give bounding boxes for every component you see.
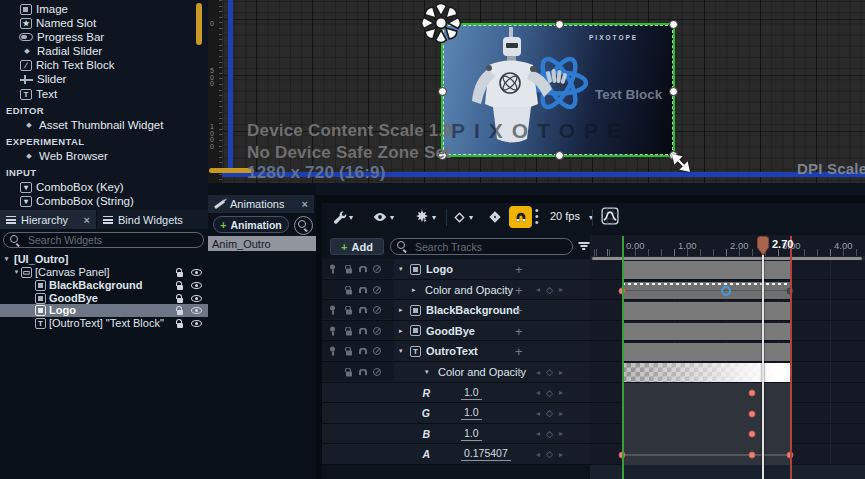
tab-animations[interactable]: Animations × (208, 195, 314, 213)
autokey-mode-button[interactable]: ▾ (452, 208, 473, 226)
panel-splitter[interactable] (316, 195, 322, 479)
section-bar[interactable] (622, 282, 790, 299)
lock-icon[interactable] (176, 268, 184, 277)
track-row-logo-color-opacity[interactable]: ▸ Color and Opacity + ◂◇▸ (322, 280, 590, 300)
visibility-icon[interactable] (191, 295, 202, 302)
pin-icon[interactable] (331, 326, 334, 335)
add-animation-button[interactable]: + Animation (213, 216, 289, 233)
lane-channel-r[interactable] (590, 383, 865, 403)
chevron-down-icon[interactable]: ▾ (399, 347, 403, 355)
lock-icon[interactable] (345, 368, 353, 377)
keyframe-selected[interactable] (721, 286, 731, 296)
track-row-logo[interactable]: ▾ Logo + (322, 259, 590, 280)
resize-handle-e[interactable] (669, 87, 678, 96)
palette-section-experimental[interactable]: EXPERIMENTAL (6, 136, 85, 147)
lock-icon[interactable] (345, 265, 353, 274)
mute-icon[interactable] (373, 286, 381, 294)
chevron-right-icon[interactable]: ▸ (399, 306, 403, 314)
track-search[interactable] (390, 238, 573, 255)
keyframe-nav[interactable]: ◂◇▸ (536, 449, 563, 459)
mute-icon[interactable] (373, 327, 381, 335)
snapping-toggle-button[interactable] (509, 206, 532, 228)
solo-icon[interactable] (359, 327, 367, 334)
chevron-right-icon[interactable]: ▸ (412, 286, 416, 294)
add-section-icon[interactable]: + (515, 323, 523, 338)
tree-item-goodbye[interactable]: GoodBye (0, 292, 208, 305)
channel-value-g[interactable]: 1.0 (461, 406, 482, 420)
palette-section-input[interactable]: INPUT (6, 167, 37, 178)
visibility-icon[interactable] (191, 320, 202, 327)
resize-handle-w[interactable] (438, 87, 447, 96)
lane-logo[interactable] (590, 259, 865, 280)
snapping-options-menu[interactable]: ••• (535, 208, 539, 226)
solo-icon[interactable] (359, 307, 367, 314)
channel-value-a[interactable]: 0.175407 (461, 447, 511, 461)
edit-mode-button[interactable] (487, 208, 503, 226)
section-bar[interactable] (622, 343, 790, 361)
channel-value-r[interactable]: 1.0 (461, 386, 482, 400)
filter-icon[interactable] (578, 242, 589, 251)
solo-icon[interactable] (359, 369, 367, 376)
timeline-area[interactable]: 0.00 1.00 2.00 3.00 4.00 (590, 235, 865, 479)
add-key-icon[interactable]: + (515, 365, 523, 380)
playhead-line[interactable] (762, 255, 764, 479)
alpha-gradient-bar[interactable] (622, 363, 790, 382)
mute-icon[interactable] (373, 306, 381, 314)
visibility-icon[interactable] (191, 269, 202, 276)
tab-hierarchy[interactable]: Hierarchy × (0, 210, 96, 229)
palette-item-asset-thumbnail-widget[interactable]: ◆ Asset Thumbnail Widget (0, 118, 231, 132)
close-icon[interactable]: × (302, 198, 308, 210)
lane-blackbackground[interactable] (590, 300, 865, 321)
keyframe-nav[interactable]: ◂◇▸ (536, 388, 563, 398)
keyframe[interactable] (749, 410, 756, 417)
palette-item-rich-text-block[interactable]: ∕ Rich Text Block (0, 58, 228, 72)
keyframe-nav[interactable]: ◂◇▸ (536, 285, 563, 295)
track-row-channel-b[interactable]: B 1.0 ◂◇▸ (322, 424, 590, 444)
animation-item-anim-outro[interactable]: Anim_Outro (208, 236, 318, 251)
chevron-down-icon[interactable]: ▾ (12, 268, 21, 276)
mute-icon[interactable] (373, 347, 381, 355)
section-bar[interactable] (622, 323, 790, 340)
palette-item-radial-slider[interactable]: ◆ Radial Slider (0, 44, 229, 58)
curve-editor-button[interactable] (601, 207, 619, 229)
add-section-icon[interactable]: + (515, 344, 523, 359)
palette-item-named-slot[interactable]: ★ Named Slot (0, 16, 228, 30)
lock-icon[interactable] (345, 306, 353, 315)
tree-item-blackbackground[interactable]: BlackBackground (0, 279, 208, 292)
channel-value-b[interactable]: 1.0 (461, 427, 482, 441)
solo-icon[interactable] (359, 266, 367, 273)
section-bar[interactable] (622, 302, 790, 320)
solo-icon[interactable] (359, 348, 367, 355)
resize-handle-n[interactable] (555, 20, 564, 29)
keyframe[interactable] (749, 451, 756, 458)
lock-icon[interactable] (345, 326, 353, 335)
visibility-icon[interactable] (191, 282, 202, 289)
lane-outrotext[interactable] (590, 341, 865, 362)
add-section-icon[interactable]: + (515, 303, 523, 318)
playback-range-end[interactable] (790, 236, 792, 479)
pin-icon[interactable] (331, 265, 334, 274)
keyframe[interactable] (749, 390, 756, 397)
tree-item-canvas-panel[interactable]: ▾ ▭ [Canvas Panel] (0, 266, 208, 279)
lock-icon[interactable] (176, 319, 184, 328)
animation-search-button[interactable] (294, 216, 313, 235)
keyframe-nav[interactable]: ◂◇▸ (536, 429, 563, 439)
tree-item-logo-selected[interactable]: Logo (0, 304, 208, 317)
palette-item-combobox-key[interactable]: ▾ ComboBox (Key) (0, 180, 228, 194)
resize-handle-s[interactable] (555, 151, 564, 160)
track-row-channel-a[interactable]: A 0.175407 ◂◇▸ (322, 444, 590, 465)
chevron-down-icon[interactable]: ▾ (425, 368, 429, 376)
fps-dropdown[interactable]: 20 fps ▾ (550, 210, 593, 222)
palette-item-text[interactable]: T Text (0, 87, 228, 101)
mute-icon[interactable] (373, 265, 381, 273)
tree-item-ui-outro[interactable]: ▾ [UI_Outro] (0, 253, 208, 266)
visibility-icon[interactable] (191, 307, 202, 314)
add-section-icon[interactable]: + (515, 262, 523, 277)
lane-channel-b[interactable] (590, 424, 865, 444)
search-widgets-input[interactable] (26, 233, 197, 247)
palette-item-web-browser[interactable]: ◆ Web Browser (0, 149, 231, 163)
mute-icon[interactable] (373, 368, 381, 376)
track-row-channel-r[interactable]: R 1.0 ◂◇▸ (322, 383, 590, 403)
pin-icon[interactable] (331, 306, 334, 315)
view-options-button[interactable]: ▾ (372, 208, 394, 226)
